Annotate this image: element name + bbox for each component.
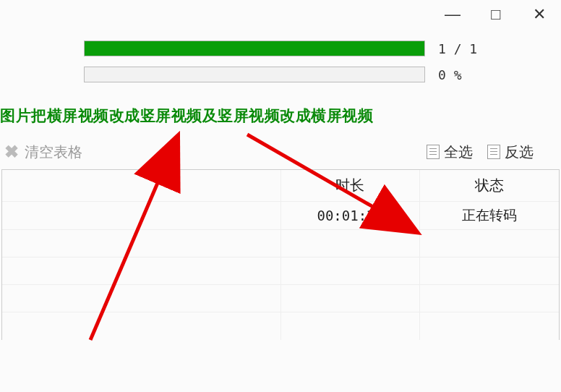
table-header-row: 时长 状态 <box>2 170 559 202</box>
file-table: 时长 状态 00:01:35 正在转码 <box>2 170 559 340</box>
minimize-button[interactable]: — <box>431 0 474 29</box>
progress-bar-overall <box>84 41 425 56</box>
invert-label: 反选 <box>505 142 534 162</box>
invert-selection-button[interactable]: 反选 <box>487 142 534 162</box>
cell-duration <box>280 230 420 257</box>
close-icon: ✖ <box>4 142 19 162</box>
toolbar: ✖ 清空表格 全选 反选 <box>0 126 561 169</box>
progress-bar-current <box>84 67 425 82</box>
table-header-duration: 时长 <box>280 170 420 202</box>
table-row[interactable] <box>2 230 559 257</box>
table-row[interactable]: 00:01:35 正在转码 <box>2 202 559 230</box>
cell-duration <box>280 285 420 312</box>
cell-status: 正在转码 <box>420 202 560 230</box>
close-button[interactable]: ✕ <box>518 0 561 29</box>
document-icon <box>487 145 500 159</box>
progress-row-overall: 1 / 1 <box>84 41 481 56</box>
cell-duration: 00:01:35 <box>280 202 420 230</box>
select-all-label: 全选 <box>444 142 473 162</box>
description-text: 图片把横屏视频改成竖屏视频及竖屏视频改成横屏视频 <box>0 93 561 126</box>
table-row[interactable] <box>2 285 559 312</box>
document-icon <box>427 145 440 159</box>
cell-status <box>420 257 560 285</box>
table-row[interactable] <box>2 257 559 285</box>
select-all-button[interactable]: 全选 <box>427 142 473 162</box>
clear-table-button[interactable]: 清空表格 <box>25 142 82 162</box>
table-header-status: 状态 <box>420 170 560 202</box>
progress-row-current: 0 % <box>84 67 481 82</box>
table-container: 时长 状态 00:01:35 正在转码 <box>1 169 560 340</box>
cell-status <box>420 312 560 340</box>
app-window: — □ ✕ 1 / 1 0 % 图片把横屏视频改成竖屏视频及竖屏视频改成横屏视频… <box>0 0 561 392</box>
cell-duration <box>280 257 420 285</box>
table-header-blank <box>2 170 280 202</box>
cell-status <box>420 230 560 257</box>
maximize-button[interactable]: □ <box>474 0 518 29</box>
table-row[interactable] <box>2 312 559 340</box>
titlebar: — □ ✕ <box>431 0 561 29</box>
cell-status <box>420 285 560 312</box>
progress-label-overall: 1 / 1 <box>438 41 481 56</box>
progress-label-current: 0 % <box>438 67 481 82</box>
cell-duration <box>280 312 420 340</box>
progress-fill-overall <box>85 41 424 56</box>
